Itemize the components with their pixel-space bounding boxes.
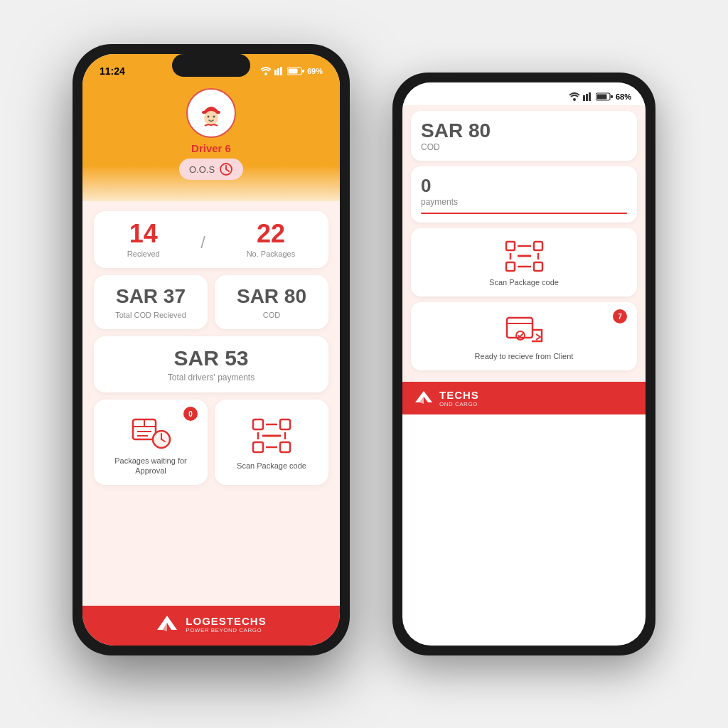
svg-rect-6 xyxy=(611,95,613,98)
total-sar-label: Total drivers' payments xyxy=(107,373,316,382)
screen-content: Driver 6 O.O.S xyxy=(82,82,340,646)
svg-rect-43 xyxy=(253,442,263,452)
sar-cod-received-card: SAR 37 Total COD Recieved xyxy=(94,275,208,329)
status-time: 11:24 xyxy=(100,65,125,77)
back-ready-card[interactable]: 7 Ready to recieve from Client xyxy=(411,302,637,370)
svg-rect-3 xyxy=(589,92,591,101)
divider: / xyxy=(200,227,205,252)
back-payments-label: payments xyxy=(421,197,627,207)
svg-rect-42 xyxy=(280,419,290,429)
svg-rect-16 xyxy=(507,318,532,338)
svg-rect-20 xyxy=(274,70,277,75)
svg-rect-9 xyxy=(506,262,515,271)
sar-cod-received-label: Total COD Recieved xyxy=(102,311,199,319)
back-status-icons: 68% xyxy=(569,92,631,101)
brand-name: LOGESTECHS xyxy=(186,615,266,627)
svg-point-28 xyxy=(208,116,210,118)
sar-cod-received-value: SAR 37 xyxy=(102,285,199,308)
action-cards: 0 xyxy=(94,400,328,485)
back-sar-label: COD xyxy=(421,142,627,152)
svg-point-27 xyxy=(204,111,218,125)
waiting-label: Packages waiting for Approval xyxy=(102,456,199,476)
front-phone: 11:24 69% xyxy=(73,44,350,655)
svg-line-32 xyxy=(226,169,229,171)
svg-rect-8 xyxy=(534,242,542,250)
back-tagline: OND CARGO xyxy=(439,401,479,407)
battery-level: 69% xyxy=(307,67,323,75)
back-sar-value: SAR 80 xyxy=(421,119,627,142)
received-number: 14 xyxy=(127,221,160,247)
sar-cod-label: COD xyxy=(223,311,320,319)
total-payment-card: SAR 53 Total drivers' payments xyxy=(94,336,328,392)
svg-point-0 xyxy=(573,98,576,101)
svg-rect-1 xyxy=(583,95,585,101)
svg-rect-25 xyxy=(302,70,304,73)
svg-rect-24 xyxy=(288,69,297,74)
svg-rect-44 xyxy=(280,442,290,452)
scan-icon xyxy=(250,416,293,455)
scan-label: Scan Package code xyxy=(237,461,306,471)
back-ready-label: Ready to recieve from Client xyxy=(475,352,574,360)
svg-rect-41 xyxy=(253,419,263,429)
sar-row: SAR 37 Total COD Recieved SAR 80 COD xyxy=(94,275,328,329)
packages-label: No. Packages xyxy=(247,250,295,258)
back-battery: 68% xyxy=(616,92,631,101)
received-label: Recieved xyxy=(127,250,160,258)
svg-rect-2 xyxy=(586,94,588,101)
back-footer: TECHS OND CARGO xyxy=(402,382,646,414)
waiting-card[interactable]: 0 xyxy=(94,400,208,485)
back-phone: 68% SAR 80 COD 0 payments xyxy=(392,73,655,655)
total-sar-value: SAR 53 xyxy=(107,346,316,370)
svg-rect-7 xyxy=(506,242,515,250)
svg-rect-22 xyxy=(280,67,282,75)
main-content: 14 Recieved / 22 No. Packages SAR 37 xyxy=(82,201,340,606)
dynamic-island xyxy=(172,54,250,77)
back-payments-card: 0 payments xyxy=(411,166,637,223)
sar-cod-value: SAR 80 xyxy=(223,285,320,308)
svg-rect-21 xyxy=(277,68,279,75)
header-area: Driver 6 O.O.S xyxy=(82,82,340,201)
back-sar-card: SAR 80 COD xyxy=(411,111,637,161)
svg-point-29 xyxy=(213,116,215,118)
sar-cod-card: SAR 80 COD xyxy=(215,275,328,329)
phone-wrapper: 68% SAR 80 COD 0 payments xyxy=(73,44,655,684)
back-scan-label: Scan Package code xyxy=(489,278,559,287)
packages-number: 22 xyxy=(247,221,295,247)
stats-card: 14 Recieved / 22 No. Packages xyxy=(94,211,328,268)
scan-card[interactable]: Scan Package code xyxy=(215,400,328,485)
footer: LOGESTECHS POWER BEYOND CARGO xyxy=(82,606,340,646)
back-ready-badge: 7 xyxy=(613,309,627,323)
avatar xyxy=(186,88,236,138)
oos-status: O.O.S xyxy=(179,159,243,180)
waiting-badge: 0 xyxy=(183,407,198,421)
driver-name: Driver 6 xyxy=(191,142,231,154)
waiting-icon xyxy=(129,411,172,450)
svg-rect-10 xyxy=(534,262,542,271)
status-icons: 69% xyxy=(260,67,323,75)
back-scan-card[interactable]: Scan Package code xyxy=(411,228,637,296)
brand-tagline: POWER BEYOND CARGO xyxy=(186,627,266,633)
svg-point-19 xyxy=(264,73,267,75)
back-brand: TECHS xyxy=(439,389,479,401)
svg-rect-5 xyxy=(596,95,606,100)
